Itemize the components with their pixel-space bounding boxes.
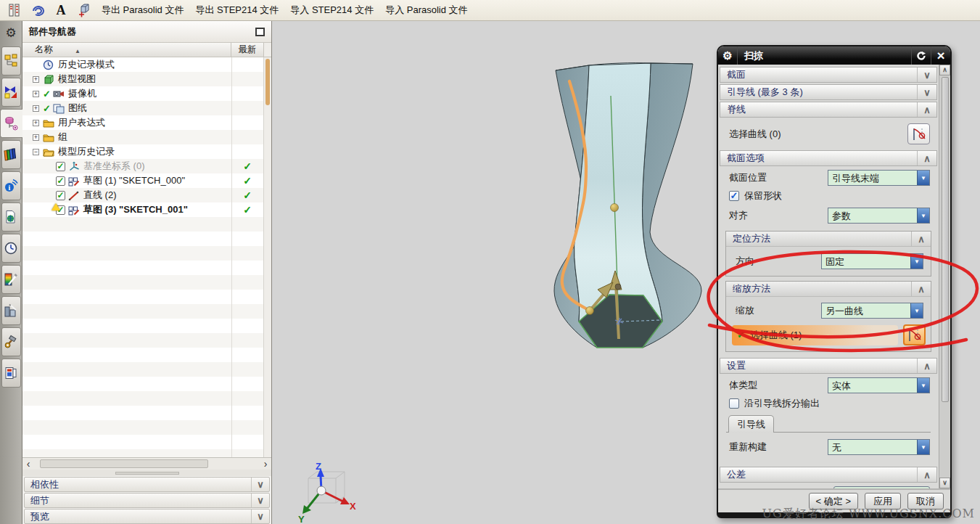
import-parasolid-button[interactable]: 导入 Parasolid 文件 bbox=[382, 2, 470, 18]
tree-row-line-2[interactable]: 直线 (2) bbox=[22, 188, 271, 202]
chevron-up-icon[interactable] bbox=[911, 232, 931, 246]
info-browser-icon[interactable]: i bbox=[1, 171, 21, 200]
coil-icon[interactable] bbox=[29, 1, 46, 19]
tree-row-sketch-3[interactable]: 草图 (3) "SKETCH_001" bbox=[22, 202, 271, 217]
part-navigator-icon[interactable] bbox=[0, 109, 22, 138]
column-latest[interactable]: 最新 bbox=[231, 43, 263, 57]
section-header-section-options[interactable]: 截面选项 bbox=[720, 150, 937, 166]
scroll-up-icon[interactable] bbox=[939, 65, 950, 75]
history-icon[interactable] bbox=[1, 234, 21, 263]
column-name[interactable]: 名称 bbox=[22, 43, 231, 57]
section-header-section[interactable]: 截面 bbox=[720, 67, 937, 83]
notes-icon[interactable] bbox=[6, 1, 23, 19]
scale-dropdown[interactable]: 另一曲线 bbox=[821, 303, 923, 319]
scroll-right-icon[interactable] bbox=[260, 459, 271, 469]
scrollbar-thumb[interactable] bbox=[942, 77, 949, 402]
dependencies-section[interactable]: 相依性 bbox=[24, 477, 270, 492]
collapse-icon[interactable] bbox=[33, 149, 39, 155]
chevron-down-icon[interactable] bbox=[917, 67, 936, 82]
chevron-up-icon[interactable] bbox=[917, 151, 936, 165]
tree-row-drawing[interactable]: 图纸 bbox=[22, 101, 271, 115]
chevron-down-icon[interactable] bbox=[251, 509, 269, 523]
preview-section[interactable]: 预览 bbox=[24, 509, 270, 524]
alignment-dropdown[interactable]: 参数 bbox=[828, 208, 930, 224]
scaling-method-header[interactable]: 缩放方法 bbox=[726, 282, 931, 297]
tree-row-datum-csys[interactable]: 基准坐标系 (0) bbox=[22, 159, 271, 173]
tree-row-cameras[interactable]: 摄像机 bbox=[22, 86, 271, 101]
rebuild-dropdown[interactable]: 无 bbox=[828, 439, 930, 455]
tree-vertical-scrollbar[interactable] bbox=[263, 57, 271, 457]
handle-sphere[interactable] bbox=[586, 307, 594, 315]
orientation-method-header[interactable]: 定位方法 bbox=[726, 232, 931, 247]
tree-row-model-history[interactable]: 模型历史记录 bbox=[22, 144, 271, 159]
preserve-shape-row[interactable]: 保留形状 bbox=[720, 189, 937, 204]
handle-sphere[interactable] bbox=[615, 284, 621, 290]
tree-row-groups[interactable]: 组 bbox=[22, 130, 271, 144]
preserve-shape-checkbox[interactable] bbox=[729, 191, 739, 201]
undock-icon[interactable] bbox=[255, 28, 265, 36]
scrollbar-thumb[interactable] bbox=[40, 459, 208, 468]
section-header-tolerance[interactable]: 公差 bbox=[720, 467, 937, 483]
dropdown-arrow-icon[interactable] bbox=[917, 440, 929, 454]
section-location-dropdown[interactable]: 引导线末端 bbox=[828, 170, 930, 186]
select-curve-button-active[interactable] bbox=[903, 324, 926, 345]
tree-horizontal-scrollbar[interactable] bbox=[22, 457, 271, 470]
expand-icon[interactable] bbox=[33, 76, 39, 83]
checkbox-checked[interactable] bbox=[56, 162, 65, 171]
selected-curve-highlight[interactable]: 选择曲线 (1) bbox=[732, 325, 898, 345]
tree-row-user-expressions[interactable]: 用户表达式 bbox=[22, 115, 271, 130]
chevron-up-icon[interactable] bbox=[911, 282, 931, 296]
split-output-checkbox[interactable] bbox=[729, 398, 739, 409]
expand-icon[interactable] bbox=[33, 105, 39, 112]
sort-ascending-icon[interactable] bbox=[75, 45, 81, 55]
dropdown-arrow-icon[interactable] bbox=[917, 208, 929, 223]
scrollbar-thumb[interactable] bbox=[265, 59, 270, 105]
dropdown-arrow-icon[interactable] bbox=[917, 171, 929, 185]
scroll-down-icon[interactable] bbox=[939, 478, 950, 488]
export-step214-button[interactable]: 导出 STEP214 文件 bbox=[192, 2, 281, 18]
gear-icon[interactable] bbox=[5, 23, 16, 42]
window-icon[interactable] bbox=[1, 359, 21, 388]
expand-icon[interactable] bbox=[33, 91, 39, 97]
tab-guides[interactable]: 引导线 bbox=[728, 415, 774, 433]
tree-row-history-mode[interactable]: 历史记录模式 bbox=[22, 57, 271, 72]
handle-sphere[interactable] bbox=[611, 204, 619, 212]
details-section[interactable]: 细节 bbox=[24, 493, 270, 508]
roles-icon[interactable] bbox=[1, 327, 21, 356]
chevron-down-icon[interactable] bbox=[251, 494, 269, 507]
dropdown-arrow-icon[interactable] bbox=[910, 254, 923, 269]
palette-icon[interactable] bbox=[1, 265, 21, 294]
tree-row-sketch-1[interactable]: 草图 (1) "SKETCH_000" bbox=[22, 173, 271, 188]
cancel-button[interactable]: 取消 bbox=[907, 493, 944, 509]
apply-button[interactable]: 应用 bbox=[865, 493, 901, 509]
dialog-title-bar[interactable]: 扫掠 bbox=[718, 46, 950, 65]
select-curve-button[interactable] bbox=[907, 123, 930, 144]
dialog-scrollbar[interactable] bbox=[939, 65, 950, 488]
chevron-up-icon[interactable] bbox=[917, 359, 936, 373]
ok-button[interactable]: < 确定 > bbox=[809, 493, 858, 509]
library-icon[interactable] bbox=[1, 140, 21, 169]
web-page-icon[interactable] bbox=[1, 202, 21, 232]
export-parasolid-button[interactable]: 导出 Parasolid 文件 bbox=[99, 2, 186, 18]
chevron-up-icon[interactable] bbox=[917, 102, 936, 117]
chevron-up-icon[interactable] bbox=[917, 467, 936, 482]
panel-splitter[interactable] bbox=[22, 470, 271, 476]
dropdown-arrow-icon[interactable] bbox=[910, 303, 923, 318]
checkbox-checked[interactable] bbox=[56, 176, 65, 186]
chevron-down-icon[interactable] bbox=[917, 85, 936, 99]
reset-icon[interactable] bbox=[911, 46, 931, 65]
expand-icon[interactable] bbox=[33, 134, 39, 141]
import-step214-button[interactable]: 导入 STEP214 文件 bbox=[287, 2, 376, 18]
section-header-guides[interactable]: 引导线 (最多 3 条) bbox=[720, 84, 937, 100]
scroll-left-icon[interactable] bbox=[22, 459, 34, 469]
assembly-navigator-icon[interactable] bbox=[1, 46, 21, 75]
text-icon[interactable] bbox=[52, 1, 70, 19]
tree-row-model-views[interactable]: 模型视图 bbox=[22, 72, 271, 86]
expand-icon[interactable] bbox=[33, 120, 39, 126]
body-type-dropdown[interactable]: 实体 bbox=[828, 377, 930, 393]
dropdown-arrow-icon[interactable] bbox=[917, 378, 929, 393]
direction-dropdown[interactable]: 固定 bbox=[821, 253, 923, 269]
visual-reports-icon[interactable] bbox=[1, 296, 21, 325]
constraint-navigator-icon[interactable] bbox=[1, 78, 21, 107]
close-icon[interactable] bbox=[931, 46, 950, 65]
